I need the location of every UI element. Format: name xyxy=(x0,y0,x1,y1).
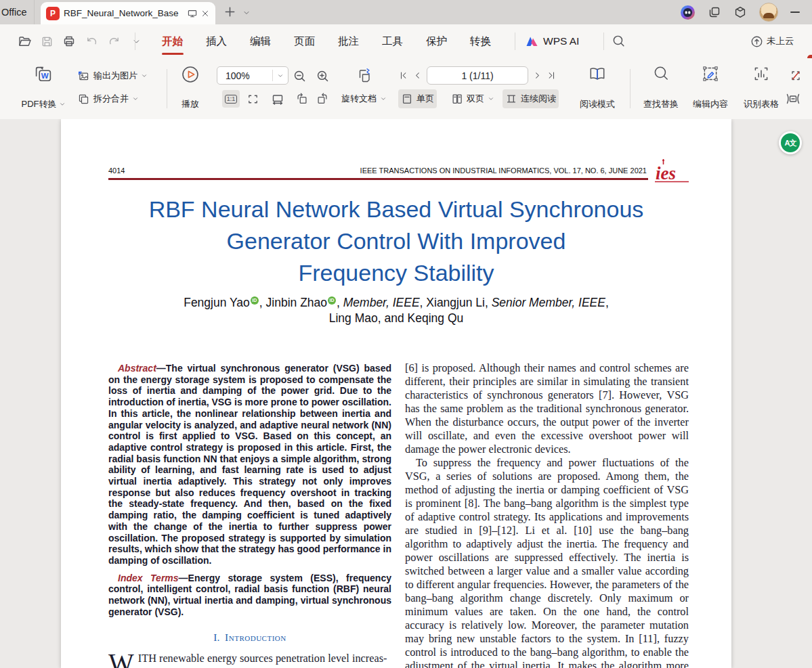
save-icon[interactable] xyxy=(39,33,55,49)
minimize-window-icon[interactable] xyxy=(790,12,800,13)
split-merge-icon xyxy=(77,93,90,106)
rotate-document-label: 旋转文档 xyxy=(341,93,377,105)
replace-pages-button[interactable] xyxy=(354,66,377,85)
section-heading: I. Introduction xyxy=(108,631,391,644)
paper-authors: Fengjun YaoiD, Jinbin ZhaoiD, Member, IE… xyxy=(98,295,694,326)
find-replace-label: 查找替换 xyxy=(643,98,679,110)
rotate-right-icon xyxy=(316,92,329,106)
page-navigation xyxy=(398,66,557,85)
title-line: Generator Control With Improved xyxy=(98,225,694,257)
tab-list-chevron-icon[interactable] xyxy=(242,9,251,17)
menu-item-页面[interactable]: 页面 xyxy=(282,24,326,58)
author-text: , xyxy=(605,296,609,309)
ai-assistant-icon[interactable] xyxy=(680,5,696,20)
user-avatar[interactable] xyxy=(759,3,778,22)
wps-ai-logo-icon xyxy=(526,36,538,47)
author-text: , Jinbin Zhao xyxy=(259,296,327,309)
document-viewport[interactable]: 4014 IEEE TRANSACTIONS ON INDUSTRIAL INF… xyxy=(0,119,812,668)
split-merge-button[interactable]: 拆分合并 xyxy=(74,89,142,108)
menu-item-插入[interactable]: 插入 xyxy=(194,24,238,58)
find-replace-button[interactable]: 查找替换 xyxy=(637,62,685,116)
rotate-left-button[interactable] xyxy=(293,89,312,108)
zoom-out-button[interactable] xyxy=(290,66,309,85)
fit-screen-icon xyxy=(247,93,259,106)
wps-ai-label: WPS AI xyxy=(543,35,579,47)
menu-item-保护[interactable]: 保护 xyxy=(414,24,458,58)
menu-item-批注[interactable]: 批注 xyxy=(326,24,370,58)
monitor-icon[interactable] xyxy=(187,8,198,19)
orcid-icon: iD xyxy=(251,296,259,305)
zoom-in-icon xyxy=(316,69,330,83)
upload-cloud-icon xyxy=(750,35,763,48)
redo-icon[interactable] xyxy=(106,33,122,49)
document-tab[interactable]: P RBF_Neural_Network_Base xyxy=(41,2,215,24)
windows-stack-icon[interactable] xyxy=(708,5,721,19)
index-terms-paragraph: Index Terms—Energy storage system (ESS),… xyxy=(108,573,391,618)
menu-item-工具[interactable]: 工具 xyxy=(370,24,414,58)
stable-mode-box-icon[interactable] xyxy=(733,5,747,19)
find-replace-icon xyxy=(651,64,670,83)
fit-page-button[interactable] xyxy=(244,90,261,108)
continuous-scroll-icon xyxy=(505,93,517,105)
quick-access-chevron-icon[interactable] xyxy=(128,33,144,49)
menu-items: 开始插入编辑页面批注工具保护转换 xyxy=(150,24,503,58)
menu-bar: 开始插入编辑页面批注工具保护转换 WPS AI 未上云 xyxy=(0,24,812,59)
wps-ai-menu[interactable]: WPS AI xyxy=(526,24,579,58)
next-page-icon[interactable] xyxy=(532,70,542,81)
rotate-document-button[interactable]: 旋转文档 xyxy=(339,89,389,108)
single-page-toggle[interactable]: 单页 xyxy=(398,89,437,108)
translate-icon: A文 xyxy=(785,138,796,148)
zoom-in-button[interactable] xyxy=(313,66,333,85)
title-line: RBF Neural Network Based Virtual Synchro… xyxy=(98,194,694,225)
first-page-icon[interactable] xyxy=(398,70,408,81)
recognize-table-button[interactable]: 识别表格 xyxy=(738,62,785,116)
recognize-table-icon xyxy=(752,64,771,83)
close-tab-icon[interactable] xyxy=(200,9,210,18)
app-home-partial[interactable]: Office xyxy=(0,0,35,24)
body-paragraph: [6] is proposed. Although their names an… xyxy=(405,361,689,456)
ies-logo: ies xyxy=(653,158,691,185)
last-page-icon[interactable] xyxy=(547,70,557,81)
svg-text:W: W xyxy=(41,72,49,80)
pdf-file-icon: P xyxy=(46,7,60,20)
edit-content-icon xyxy=(701,64,720,83)
export-image-button[interactable]: 输出为图片 xyxy=(74,66,150,85)
zoom-level-select[interactable]: 100% xyxy=(217,66,289,85)
search-icon[interactable] xyxy=(612,34,626,48)
double-page-icon xyxy=(451,93,463,105)
page-number-input[interactable] xyxy=(427,66,528,85)
actual-size-button[interactable]: 1:1 xyxy=(222,90,240,108)
previous-page-icon[interactable] xyxy=(412,70,423,81)
author-text: , xyxy=(337,296,343,309)
menu-item-开始[interactable]: 开始 xyxy=(150,24,194,58)
divider xyxy=(135,32,135,50)
open-file-icon[interactable] xyxy=(16,33,33,49)
read-mode-label: 阅读模式 xyxy=(580,98,615,110)
wps-pdf-window: { "window": { "partial_app_label": "Offi… xyxy=(0,0,812,668)
double-page-toggle[interactable]: 双页 xyxy=(448,89,497,108)
remove-watermark-button-partial[interactable] xyxy=(786,66,806,85)
tab-bar: Office P RBF_Neural_Network_Base xyxy=(0,0,812,24)
edit-content-button[interactable]: 编辑内容 xyxy=(687,62,734,116)
tab-title: RBF_Neural_Network_Base xyxy=(64,8,180,18)
read-mode-button[interactable]: 阅读模式 xyxy=(576,62,619,116)
continuous-reading-toggle[interactable]: 连续阅读 xyxy=(503,89,559,108)
play-button[interactable]: 播放 xyxy=(173,62,208,116)
introduction-paragraph: WITH renewable energy sources penetratio… xyxy=(108,652,391,665)
drop-cap: W xyxy=(108,653,134,668)
print-icon[interactable] xyxy=(61,33,77,49)
new-tab-button[interactable] xyxy=(223,5,236,18)
pdf-convert-button[interactable]: W PDF转换 xyxy=(16,62,70,116)
rotate-left-icon xyxy=(295,92,309,106)
fit-width-button[interactable] xyxy=(268,89,287,108)
orcid-icon: iD xyxy=(328,296,336,305)
cloud-upload-status[interactable]: 未上云 xyxy=(750,24,794,58)
compress-button-partial[interactable] xyxy=(782,89,804,108)
body-paragraph: To suppress the frequency and power fluc… xyxy=(405,456,689,668)
rotate-right-button[interactable] xyxy=(313,89,332,108)
translate-floating-button[interactable]: A文 xyxy=(779,131,802,154)
menu-item-转换[interactable]: 转换 xyxy=(458,24,503,58)
undo-icon[interactable] xyxy=(83,33,100,49)
zoom-out-icon xyxy=(293,69,307,83)
menu-item-编辑[interactable]: 编辑 xyxy=(238,24,282,58)
